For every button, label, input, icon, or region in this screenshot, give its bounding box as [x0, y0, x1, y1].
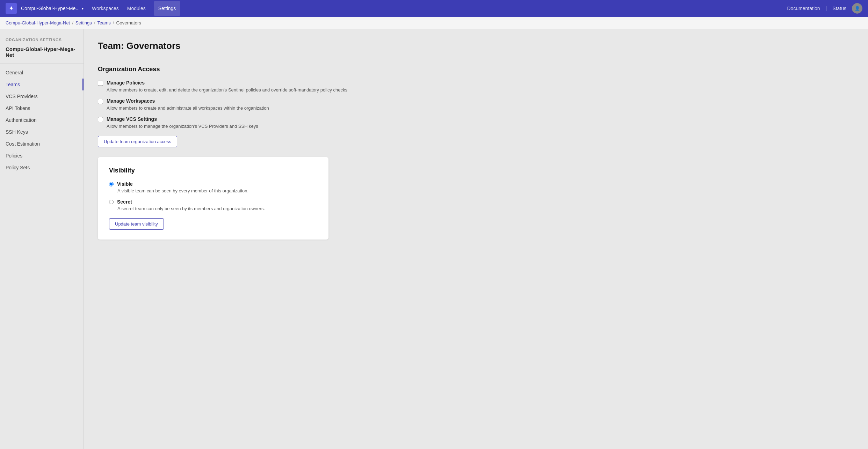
manage-vcs-checkbox[interactable]: [98, 117, 103, 122]
manage-vcs-desc: Allow members to manage the organization…: [98, 124, 854, 129]
manage-workspaces-desc: Allow members to create and administrate…: [98, 105, 854, 111]
main-content: Team: Governators Organization Access Ma…: [84, 29, 868, 449]
manage-workspaces-label: Manage Workspaces: [107, 98, 155, 104]
chevron-down-icon: ▾: [82, 7, 84, 10]
sidebar-item-policies[interactable]: Policies: [0, 150, 84, 162]
update-team-org-access-button[interactable]: Update team organization access: [98, 136, 177, 147]
manage-workspaces-row: Manage Workspaces: [98, 98, 854, 104]
page-title: Team: Governators: [98, 41, 854, 51]
sidebar-org-name: Compu-Global-Hyper-Mega-Net: [0, 46, 84, 64]
org-switcher[interactable]: Compu-Global-Hyper-Me... ▾: [21, 6, 84, 11]
avatar[interactable]: 👤: [852, 3, 862, 14]
sidebar-item-ssh-keys[interactable]: SSH Keys: [0, 126, 84, 138]
sidebar-section-label: Organization Settings: [0, 38, 84, 46]
manage-policies-checkbox[interactable]: [98, 81, 103, 86]
manage-policies-desc: Allow members to create, edit, and delet…: [98, 87, 854, 93]
title-divider: [98, 57, 854, 57]
secret-radio[interactable]: [109, 200, 114, 204]
visible-radio-row: Visible: [109, 181, 317, 187]
nav-modules[interactable]: Modules: [127, 1, 146, 16]
breadcrumb: Compu-Global-Hyper-Mega-Net / Settings /…: [0, 17, 868, 29]
breadcrumb-teams[interactable]: Teams: [97, 20, 110, 25]
visibility-card: Visibility Visible A visible team can be…: [98, 157, 328, 240]
org-name: Compu-Global-Hyper-Me...: [21, 6, 80, 11]
manage-policies-label: Manage Policies: [107, 80, 145, 86]
manage-policies-row: Manage Policies: [98, 80, 854, 86]
manage-workspaces-checkbox[interactable]: [98, 99, 103, 104]
nav-workspaces[interactable]: Workspaces: [92, 1, 119, 16]
nav-right: Documentation | Status 👤: [787, 3, 862, 14]
sidebar-item-authentication[interactable]: Authentication: [0, 114, 84, 126]
logo-icon[interactable]: ✦: [6, 3, 17, 14]
update-team-visibility-button[interactable]: Update team visibility: [109, 218, 164, 230]
sidebar-item-general[interactable]: General: [0, 67, 84, 79]
breadcrumb-org[interactable]: Compu-Global-Hyper-Mega-Net: [6, 20, 70, 25]
manage-vcs-label: Manage VCS Settings: [107, 116, 157, 122]
secret-radio-row: Secret: [109, 199, 317, 205]
visible-label: Visible: [117, 181, 133, 187]
sidebar: Organization Settings Compu-Global-Hyper…: [0, 29, 84, 449]
secret-desc: A secret team can only be seen by its me…: [109, 206, 317, 211]
nav-status[interactable]: Status: [832, 6, 846, 11]
top-nav: ✦ Compu-Global-Hyper-Me... ▾ Workspaces …: [0, 0, 868, 17]
breadcrumb-current: Governators: [116, 20, 141, 25]
visible-radio[interactable]: [109, 182, 114, 186]
sidebar-item-teams[interactable]: Teams: [0, 79, 84, 90]
breadcrumb-settings[interactable]: Settings: [75, 20, 92, 25]
secret-label: Secret: [117, 199, 132, 205]
visible-desc: A visible team can be seen by every memb…: [109, 188, 317, 193]
sidebar-item-api-tokens[interactable]: API Tokens: [0, 102, 84, 114]
layout: Organization Settings Compu-Global-Hyper…: [0, 29, 868, 449]
nav-documentation[interactable]: Documentation: [787, 6, 820, 11]
sidebar-item-vcs-providers[interactable]: VCS Providers: [0, 90, 84, 102]
visibility-title: Visibility: [109, 167, 317, 174]
sidebar-item-cost-estimation[interactable]: Cost Estimation: [0, 138, 84, 150]
sidebar-item-policy-sets[interactable]: Policy Sets: [0, 162, 84, 174]
nav-links: Workspaces Modules Settings: [92, 1, 787, 16]
org-access-title: Organization Access: [98, 66, 854, 73]
nav-settings[interactable]: Settings: [154, 1, 180, 16]
manage-vcs-row: Manage VCS Settings: [98, 116, 854, 122]
